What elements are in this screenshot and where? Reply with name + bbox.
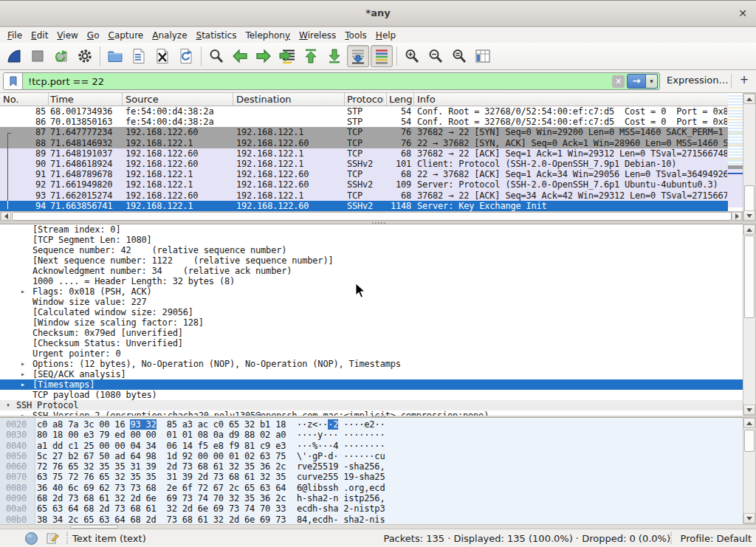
filter-add-button[interactable]: + <box>738 73 751 86</box>
hex-row-0070[interactable]: 007063 75 72 76 65 32 35 35 31 39 2d 73 … <box>0 472 743 482</box>
hex-bytes[interactable]: 63 75 72 76 65 32 35 35 31 39 2d 73 68 6… <box>37 472 286 482</box>
zoom-original-button[interactable] <box>448 45 470 67</box>
reload-file-button[interactable] <box>175 45 197 67</box>
detail-sequence-number-42-[interactable]: Sequence number: 42 (relative sequence n… <box>0 245 743 255</box>
go-back-button[interactable] <box>229 45 251 67</box>
start-capture-button[interactable] <box>3 45 25 67</box>
column-header-length[interactable]: Length <box>389 94 413 105</box>
detail--checksum-status-un[interactable]: [Checksum Status: Unverified] <box>0 338 743 348</box>
hex-row-0080[interactable]: 008036 40 6c 69 62 73 73 68 2e 6f 72 67 … <box>0 483 743 493</box>
packet-list-hscrollbar[interactable] <box>0 211 743 221</box>
hex-row-0040[interactable]: 0040a1 dd c1 25 00 00 04 34 06 14 f5 e8 … <box>0 441 743 451</box>
column-divider[interactable] <box>48 93 49 106</box>
column-divider[interactable] <box>344 93 345 106</box>
filter-dropdown-icon[interactable]: ▾ <box>646 74 658 89</box>
hex-row-0030[interactable]: 003080 18 00 e3 79 ed 00 00 01 01 08 0a … <box>0 430 743 440</box>
auto-scroll-button[interactable] <box>347 45 369 67</box>
packet-row-90[interactable]: 9071.648618924192.168.122.60192.168.122.… <box>0 159 743 169</box>
column-header-no[interactable]: No. <box>3 94 46 105</box>
save-file-button[interactable] <box>128 45 150 67</box>
resize-columns-button[interactable] <box>472 45 494 67</box>
packet-list-header[interactable]: No.TimeSourceDestinationProtocolLengthIn… <box>0 93 756 106</box>
hex-bytes[interactable]: 80 18 00 e3 79 ed 00 00 01 01 08 0a d9 8… <box>37 430 286 440</box>
detail-urgent-pointer-0[interactable]: Urgent pointer: 0 <box>0 348 743 359</box>
detail--window-size-scaling[interactable]: [Window size scaling factor: 128] <box>0 317 743 328</box>
detail-flags-0x018-psh-a[interactable]: ▸Flags: 0x018 (PSH, ACK) <box>0 286 743 297</box>
capture-options-button[interactable] <box>74 45 96 67</box>
menu-capture[interactable]: Capture <box>103 29 148 42</box>
packet-row-88[interactable]: 8871.648146932192.168.122.1192.168.122.6… <box>0 138 743 148</box>
detail--next-sequence-numbe[interactable]: [Next sequence number: 1122 (relative se… <box>0 255 743 266</box>
stop-capture-button[interactable] <box>27 45 49 67</box>
packet-list-vscrollbar[interactable] <box>743 93 756 221</box>
status-profile[interactable]: Profile: Default <box>681 533 752 544</box>
hex-bytes[interactable]: 5c 27 b2 67 50 ad 64 98 1d 92 00 00 01 0… <box>37 451 286 461</box>
hex-bytes[interactable]: 72 76 65 32 35 35 31 39 2d 73 68 61 32 3… <box>37 461 286 472</box>
packet-row-92[interactable]: 9271.661949820192.168.122.1192.168.122.6… <box>0 179 743 190</box>
filter-bookmark-icon[interactable] <box>4 72 23 90</box>
packet-row-94[interactable]: 9471.663856741192.168.122.1192.168.122.6… <box>0 201 743 211</box>
packet-list-minimap[interactable] <box>728 94 743 211</box>
detail-ssh-protocol[interactable]: ▾SSH Protocol <box>0 400 743 410</box>
expression-button[interactable]: Expression… <box>667 75 729 86</box>
filter-text[interactable]: !tcp.port == 22 <box>23 76 612 87</box>
find-packet-button[interactable] <box>205 45 227 67</box>
hex-row-00b0[interactable]: 00b038 34 2c 65 63 64 68 2d 73 68 61 32 … <box>0 515 743 524</box>
capture-comment-icon[interactable] <box>46 531 60 547</box>
packet-row-93[interactable]: 9371.662015274192.168.122.60192.168.122.… <box>0 190 743 201</box>
hex-bytes[interactable]: c0 a8 7a 3c 00 16 93 32 85 a3 ac c0 65 3… <box>37 419 286 430</box>
hex-bytes[interactable]: a1 dd c1 25 00 00 04 34 06 14 f5 e8 f9 8… <box>37 441 286 451</box>
detail-tcp-payload-1080-by[interactable]: TCP payload (1080 bytes) <box>0 390 743 400</box>
menu-help[interactable]: Help <box>371 29 400 42</box>
details-vscrollbar[interactable] <box>743 224 756 416</box>
menu-go[interactable]: Go <box>83 29 104 42</box>
expert-info-icon[interactable] <box>24 531 38 547</box>
go-first-button[interactable] <box>300 45 322 67</box>
expander-icon[interactable]: ▸ <box>21 359 25 369</box>
hex-ascii[interactable]: ···%···4 ········ <box>297 441 385 451</box>
menu-statistics[interactable]: Statistics <box>192 29 241 42</box>
zoom-out-button[interactable] <box>425 45 447 67</box>
packet-row-85[interactable]: 8568.001734936fe:54:00:d4:38:2aSTP54Conf… <box>0 106 743 117</box>
expander-icon[interactable]: ▸ <box>21 410 25 416</box>
zoom-in-button[interactable] <box>401 45 423 67</box>
open-file-button[interactable] <box>104 45 126 67</box>
close-icon[interactable]: ✕ <box>735 6 750 21</box>
detail-window-size-value-2[interactable]: Window size value: 227 <box>0 297 743 307</box>
go-to-packet-button[interactable] <box>276 45 298 67</box>
column-divider[interactable] <box>386 93 387 106</box>
column-header-time[interactable]: Time <box>50 94 120 105</box>
column-divider[interactable] <box>413 93 414 106</box>
expander-icon[interactable]: ▸ <box>21 379 25 390</box>
hex-row-0060[interactable]: 006072 76 65 32 35 35 31 39 2d 73 68 61 … <box>0 461 743 472</box>
filter-apply-icon[interactable]: → <box>627 74 646 89</box>
hex-bytes[interactable]: 65 63 64 68 2d 73 68 61 32 2d 6e 69 73 7… <box>37 503 286 514</box>
detail--tcp-segment-len-10[interactable]: [TCP Segment Len: 1080] <box>0 235 743 245</box>
close-file-button[interactable] <box>151 45 173 67</box>
hex-bytes[interactable]: 36 40 6c 69 62 73 73 68 2e 6f 72 67 2c 6… <box>37 483 286 493</box>
hex-row-0050[interactable]: 00505c 27 b2 67 50 ad 64 98 1d 92 00 00 … <box>0 451 743 461</box>
hex-ascii[interactable]: ····y··· ········ <box>297 430 385 440</box>
packet-row-87[interactable]: 8771.647777234192.168.122.60192.168.122.… <box>0 127 743 137</box>
column-divider[interactable] <box>122 93 123 106</box>
detail-1000-header-l[interactable]: 1000 .... = Header Length: 32 bytes (8) <box>0 276 743 286</box>
hex-bytes[interactable]: 68 2d 73 68 61 32 2d 6e 69 73 74 70 32 3… <box>37 493 286 503</box>
menu-file[interactable]: File <box>3 29 27 42</box>
packet-row-89[interactable]: 8971.648191037192.168.122.60192.168.122.… <box>0 148 743 159</box>
hex-vscrollbar[interactable] <box>743 417 756 524</box>
detail--seq-ack-analysis-[interactable]: ▸[SEQ/ACK analysis] <box>0 369 743 379</box>
menu-wireless[interactable]: Wireless <box>295 29 340 42</box>
packet-row-86[interactable]: 8670.013850163fe:54:00:d4:38:2aSTP54Conf… <box>0 117 743 127</box>
filter-clear-icon[interactable]: ✕ <box>612 75 625 88</box>
column-header-protocol[interactable]: Protocol <box>347 94 384 105</box>
menu-view[interactable]: View <box>52 29 82 42</box>
detail--timestamps-[interactable]: ▸[Timestamps] <box>0 379 743 390</box>
expander-icon[interactable]: ▸ <box>21 286 25 297</box>
menu-telephony[interactable]: Telephony <box>241 29 295 42</box>
colorize-button[interactable] <box>371 45 393 67</box>
go-forward-button[interactable] <box>252 45 275 67</box>
hex-ascii[interactable]: rve25519 -sha256, <box>297 461 385 472</box>
hex-ascii[interactable]: 84,ecdh- sha2-nis <box>297 515 385 524</box>
packet-row-91[interactable]: 9171.648789678192.168.122.1192.168.122.6… <box>0 169 743 179</box>
expander-icon[interactable]: ▸ <box>21 369 25 379</box>
